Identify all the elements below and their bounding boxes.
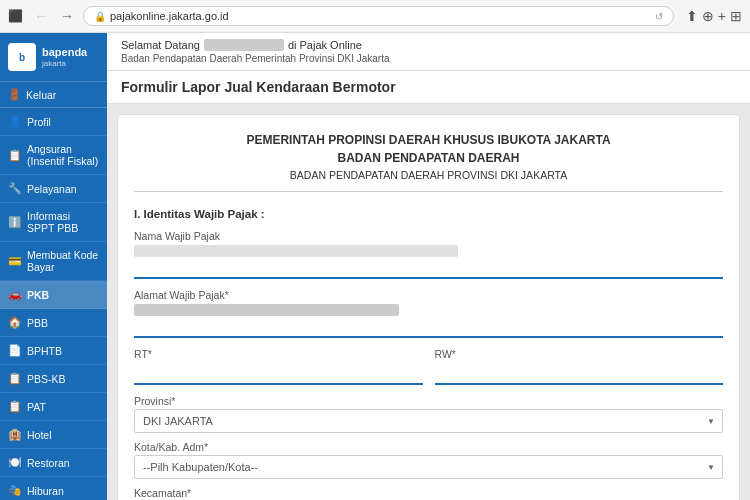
hiburan-label: Hiburan bbox=[27, 485, 64, 497]
kota-label: Kota/Kab. Adm* bbox=[134, 441, 723, 453]
hotel-icon: 🏨 bbox=[8, 428, 22, 441]
sidebar-item-pat[interactable]: 📋PAT bbox=[0, 393, 107, 421]
kecamatan-group: Kecamatan* --Pilh Kecamatan-- bbox=[134, 487, 723, 500]
forward-button[interactable]: → bbox=[57, 6, 77, 26]
membuat-kode-bayar-label: Membuat Kode Bayar bbox=[27, 249, 99, 273]
nama-filled-indicator bbox=[134, 245, 458, 257]
pat-label: PAT bbox=[27, 401, 46, 413]
welcome-suffix: di Pajak Online bbox=[288, 39, 362, 51]
keluar-label: Keluar bbox=[26, 89, 56, 101]
lock-icon: 🔒 bbox=[94, 11, 106, 22]
pelayanan-label: Pelayanan bbox=[27, 183, 77, 195]
pbb-label: PBB bbox=[27, 317, 48, 329]
alamat-group: Alamat Wajib Pajak* bbox=[134, 289, 723, 338]
top-banner: Selamat Datang di Pajak Online Badan Pen… bbox=[107, 33, 750, 71]
sidebar-item-angsuran[interactable]: 📋Angsuran (Insentif Fiskal) bbox=[0, 136, 107, 175]
sidebar-item-pbs-kb[interactable]: 📋PBS-KB bbox=[0, 365, 107, 393]
main-content: Selamat Datang di Pajak Online Badan Pen… bbox=[107, 33, 750, 500]
rw-input[interactable] bbox=[435, 363, 724, 385]
restoran-icon: 🍽️ bbox=[8, 456, 22, 469]
sidebar-logo: b bapenda jakarta bbox=[0, 33, 107, 82]
sidebar-item-profil[interactable]: 👤Profil bbox=[0, 108, 107, 136]
logo-sub: jakarta bbox=[42, 59, 87, 68]
membuat-kode-bayar-icon: 💳 bbox=[8, 255, 22, 268]
profil-icon: 👤 bbox=[8, 115, 22, 128]
form-header-line2: BADAN PENDAPATAN DAERAH bbox=[134, 149, 723, 167]
welcome-prefix: Selamat Datang bbox=[121, 39, 200, 51]
restoran-label: Restoran bbox=[27, 457, 70, 469]
rw-group: RW* bbox=[435, 348, 724, 385]
form-header-line1: PEMERINTAH PROPINSI DAERAH KHUSUS IBUKOT… bbox=[134, 131, 723, 149]
provinsi-group: Provinsi* DKI JAKARTA bbox=[134, 395, 723, 433]
sidebar-item-hotel[interactable]: 🏨Hotel bbox=[0, 421, 107, 449]
logo-name: bapenda bbox=[42, 46, 87, 59]
add-tab-icon[interactable]: + bbox=[718, 8, 726, 24]
sidebar-items-list: 👤Profil📋Angsuran (Insentif Fiskal)🔧Pelay… bbox=[0, 108, 107, 500]
bphtb-icon: 📄 bbox=[8, 344, 22, 357]
hiburan-icon: 🎭 bbox=[8, 484, 22, 497]
hotel-label: Hotel bbox=[27, 429, 52, 441]
pbs-kb-icon: 📋 bbox=[8, 372, 22, 385]
informasi-sppt-pbb-icon: ℹ️ bbox=[8, 216, 22, 229]
rt-label: RT* bbox=[134, 348, 423, 360]
tabs-icon: ⬛ bbox=[8, 9, 23, 23]
welcome-sub: Badan Pendapatan Daerah Pemerintah Provi… bbox=[121, 53, 736, 64]
share-icon[interactable]: ⬆ bbox=[686, 8, 698, 24]
alamat-label: Alamat Wajib Pajak* bbox=[134, 289, 723, 301]
welcome-name-box bbox=[204, 39, 284, 51]
sidebar-item-pelayanan[interactable]: 🔧Pelayanan bbox=[0, 175, 107, 203]
rt-input[interactable] bbox=[134, 363, 423, 385]
logo-text-block: bapenda jakarta bbox=[42, 46, 87, 68]
sidebar-item-informasi-sppt-pbb[interactable]: ℹ️Informasi SPPT PBB bbox=[0, 203, 107, 242]
profil-label: Profil bbox=[27, 116, 51, 128]
back-button[interactable]: ← bbox=[31, 6, 51, 26]
page-title: Formulir Lapor Jual Kendaraan Bermotor bbox=[121, 79, 736, 95]
bookmark-icon[interactable]: ⊕ bbox=[702, 8, 714, 24]
form-header-line3: BADAN PENDAPATAN DAERAH PROVINSI DKI JAK… bbox=[134, 169, 723, 181]
section1-title: I. Identitas Wajib Pajak : bbox=[134, 208, 723, 220]
pat-icon: 📋 bbox=[8, 400, 22, 413]
nama-group: Nama Wajib Pajak bbox=[134, 230, 723, 279]
alamat-filled-indicator bbox=[134, 304, 399, 316]
rt-rw-row: RT* RW* bbox=[134, 348, 723, 395]
angsuran-label: Angsuran (Insentif Fiskal) bbox=[27, 143, 99, 167]
angsuran-icon: 📋 bbox=[8, 149, 22, 162]
bphtb-label: BPHTB bbox=[27, 345, 62, 357]
kota-select[interactable]: --Pilh Kabupaten/Kota-- bbox=[134, 455, 723, 479]
pbb-icon: 🏠 bbox=[8, 316, 22, 329]
sidebar-item-hiburan[interactable]: 🎭Hiburan bbox=[0, 477, 107, 500]
extensions-icon[interactable]: ⊞ bbox=[730, 8, 742, 24]
refresh-icon[interactable]: ↺ bbox=[655, 11, 663, 22]
provinsi-select[interactable]: DKI JAKARTA bbox=[134, 409, 723, 433]
pkb-icon: 🚗 bbox=[8, 288, 22, 301]
rt-group: RT* bbox=[134, 348, 423, 385]
sidebar-item-keluar[interactable]: 🚪 Keluar bbox=[0, 82, 107, 108]
sidebar-item-bphtb[interactable]: 📄BPHTB bbox=[0, 337, 107, 365]
provinsi-select-wrapper: DKI JAKARTA bbox=[134, 409, 723, 433]
nama-label: Nama Wajib Pajak bbox=[134, 230, 723, 242]
address-bar[interactable]: 🔒 pajakonline.jakarta.go.id ↺ bbox=[83, 6, 674, 26]
browser-actions: ⬆ ⊕ + ⊞ bbox=[686, 8, 742, 24]
sidebar-item-pkb[interactable]: 🚗PKB bbox=[0, 281, 107, 309]
page-title-bar: Formulir Lapor Jual Kendaraan Bermotor bbox=[107, 71, 750, 104]
sidebar-item-membuat-kode-bayar[interactable]: 💳Membuat Kode Bayar bbox=[0, 242, 107, 281]
kota-group: Kota/Kab. Adm* --Pilh Kabupaten/Kota-- bbox=[134, 441, 723, 479]
informasi-sppt-pbb-label: Informasi SPPT PBB bbox=[27, 210, 99, 234]
nama-input[interactable] bbox=[134, 257, 723, 279]
pkb-label: PKB bbox=[27, 289, 49, 301]
kota-select-wrapper: --Pilh Kabupaten/Kota-- bbox=[134, 455, 723, 479]
kecamatan-label: Kecamatan* bbox=[134, 487, 723, 499]
app-container: b bapenda jakarta 🚪 Keluar 👤Profil📋Angsu… bbox=[0, 33, 750, 500]
logo-icon: b bbox=[8, 43, 36, 71]
pelayanan-icon: 🔧 bbox=[8, 182, 22, 195]
form-container: PEMERINTAH PROPINSI DAERAH KHUSUS IBUKOT… bbox=[117, 114, 740, 500]
sidebar-item-restoran[interactable]: 🍽️Restoran bbox=[0, 449, 107, 477]
sidebar: b bapenda jakarta 🚪 Keluar 👤Profil📋Angsu… bbox=[0, 33, 107, 500]
welcome-line: Selamat Datang di Pajak Online bbox=[121, 39, 736, 51]
keluar-icon: 🚪 bbox=[8, 88, 21, 101]
provinsi-label: Provinsi* bbox=[134, 395, 723, 407]
alamat-input[interactable] bbox=[134, 316, 723, 338]
sidebar-item-pbb[interactable]: 🏠PBB bbox=[0, 309, 107, 337]
rw-label: RW* bbox=[435, 348, 724, 360]
form-header: PEMERINTAH PROPINSI DAERAH KHUSUS IBUKOT… bbox=[134, 131, 723, 192]
